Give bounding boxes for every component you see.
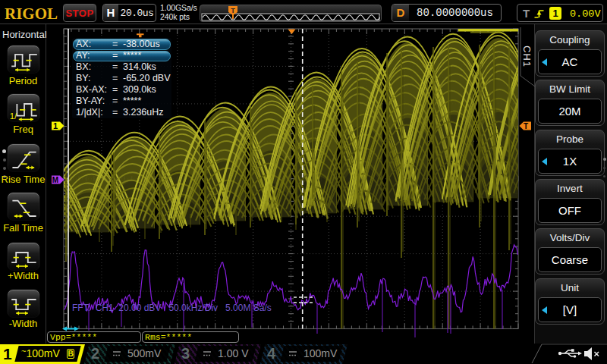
svg-text:T: T — [231, 7, 235, 14]
svg-text:1: 1 — [53, 121, 58, 130]
svg-text:M: M — [52, 176, 58, 184]
svg-text:T: T — [524, 122, 528, 130]
svg-text:1/: 1/ — [10, 111, 17, 121]
